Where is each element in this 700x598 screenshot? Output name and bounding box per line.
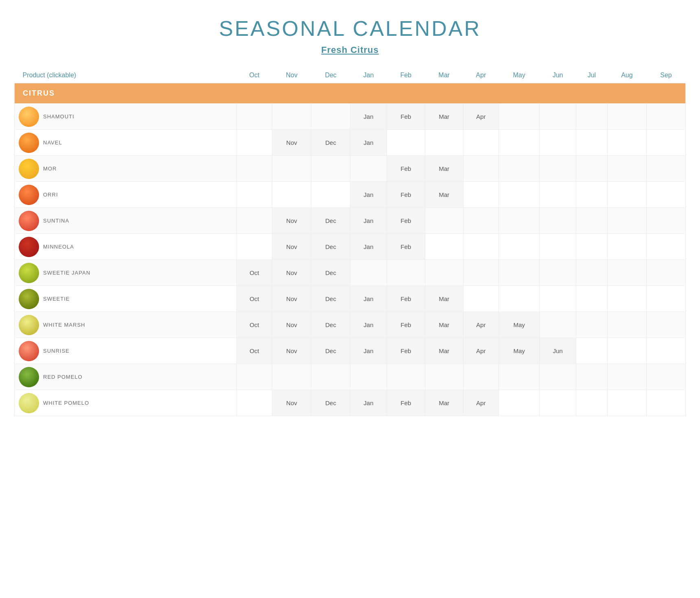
cell-minneola-oct bbox=[236, 234, 272, 260]
cell-shamouti-oct bbox=[236, 104, 272, 130]
cell-shamouti-sep bbox=[646, 104, 685, 130]
svg-point-8 bbox=[21, 317, 37, 333]
table-row: MORFebMar bbox=[15, 156, 686, 182]
product-cell[interactable]: SUNTINA bbox=[15, 208, 237, 234]
cell-mor-jun bbox=[540, 156, 576, 182]
svg-point-0 bbox=[21, 109, 37, 125]
cell-shamouti-feb: Feb bbox=[387, 104, 425, 130]
cell-red-pomelo-feb bbox=[387, 364, 425, 390]
cell-navel-oct bbox=[236, 130, 272, 156]
product-cell[interactable]: SWEETIE JAPAN bbox=[15, 260, 237, 286]
cell-mor-apr bbox=[463, 156, 499, 182]
cell-orri-may bbox=[499, 182, 540, 208]
product-name-label: RED POMELO bbox=[43, 374, 83, 380]
fruit-icon bbox=[19, 211, 39, 231]
cell-white-pomelo-mar: Mar bbox=[425, 390, 463, 416]
cell-sunrise-apr: Apr bbox=[463, 338, 499, 364]
cell-sweetie-japan-jul bbox=[576, 260, 607, 286]
header-sep: Sep bbox=[646, 68, 685, 83]
product-name-label: SUNRISE bbox=[43, 348, 70, 354]
table-row: SUNTINANovDecJanFeb bbox=[15, 208, 686, 234]
product-cell[interactable]: MOR bbox=[15, 156, 237, 182]
table-row: SWEETIE JAPANOctNovDec bbox=[15, 260, 686, 286]
cell-white-pomelo-oct bbox=[236, 390, 272, 416]
cell-white-pomelo-sep bbox=[646, 390, 685, 416]
cell-suntina-feb: Feb bbox=[387, 208, 425, 234]
cell-white-marsh-apr: Apr bbox=[463, 312, 499, 338]
svg-point-4 bbox=[21, 213, 37, 229]
cell-sweetie-japan-oct: Oct bbox=[236, 260, 272, 286]
cell-navel-apr bbox=[463, 130, 499, 156]
cell-shamouti-jul bbox=[576, 104, 607, 130]
cell-white-marsh-mar: Mar bbox=[425, 312, 463, 338]
svg-point-7 bbox=[21, 291, 37, 307]
cell-minneola-jan: Jan bbox=[350, 234, 387, 260]
cell-minneola-dec: Dec bbox=[311, 234, 350, 260]
fruit-icon bbox=[19, 341, 39, 361]
fruit-icon bbox=[19, 133, 39, 153]
svg-point-10 bbox=[21, 369, 37, 385]
cell-sunrise-may: May bbox=[499, 338, 540, 364]
header-may: May bbox=[499, 68, 540, 83]
cell-suntina-jan: Jan bbox=[350, 208, 387, 234]
cell-suntina-nov: Nov bbox=[272, 208, 311, 234]
cell-sweetie-japan-aug bbox=[607, 260, 646, 286]
cell-orri-oct bbox=[236, 182, 272, 208]
cell-minneola-apr bbox=[463, 234, 499, 260]
product-cell[interactable]: WHITE POMELO bbox=[15, 390, 237, 416]
header-jan: Jan bbox=[350, 68, 387, 83]
cell-white-marsh-dec: Dec bbox=[311, 312, 350, 338]
svg-point-2 bbox=[21, 161, 37, 177]
product-cell[interactable]: NAVEL bbox=[15, 130, 237, 156]
cell-sunrise-nov: Nov bbox=[272, 338, 311, 364]
cell-mor-jul bbox=[576, 156, 607, 182]
table-row: NAVELNovDecJan bbox=[15, 130, 686, 156]
cell-white-pomelo-may bbox=[499, 390, 540, 416]
product-cell[interactable]: MINNEOLA bbox=[15, 234, 237, 260]
cell-minneola-mar bbox=[425, 234, 463, 260]
cell-white-marsh-nov: Nov bbox=[272, 312, 311, 338]
cell-orri-jul bbox=[576, 182, 607, 208]
cell-shamouti-mar: Mar bbox=[425, 104, 463, 130]
cell-red-pomelo-jan bbox=[350, 364, 387, 390]
header-aug: Aug bbox=[607, 68, 646, 83]
cell-orri-mar: Mar bbox=[425, 182, 463, 208]
cell-navel-jan: Jan bbox=[350, 130, 387, 156]
product-name-label: MINNEOLA bbox=[43, 244, 74, 250]
header-mar: Mar bbox=[425, 68, 463, 83]
cell-sweetie-japan-mar bbox=[425, 260, 463, 286]
product-cell[interactable]: WHITE MARSH bbox=[15, 312, 237, 338]
product-name-label: SHAMOUTI bbox=[43, 113, 74, 120]
product-cell[interactable]: RED POMELO bbox=[15, 364, 237, 390]
cell-shamouti-aug bbox=[607, 104, 646, 130]
cell-sweetie-japan-feb bbox=[387, 260, 425, 286]
cell-mor-nov bbox=[272, 156, 311, 182]
header-jun: Jun bbox=[540, 68, 576, 83]
header-row: Product (clickable) OctNovDecJanFebMarAp… bbox=[15, 68, 686, 83]
table-row: SHAMOUTIJanFebMarApr bbox=[15, 104, 686, 130]
cell-white-pomelo-jul bbox=[576, 390, 607, 416]
cell-navel-dec: Dec bbox=[311, 130, 350, 156]
cell-sweetie-nov: Nov bbox=[272, 286, 311, 312]
cell-shamouti-nov bbox=[272, 104, 311, 130]
cell-mor-jan bbox=[350, 156, 387, 182]
cell-sweetie-feb: Feb bbox=[387, 286, 425, 312]
cell-white-marsh-aug bbox=[607, 312, 646, 338]
cell-white-marsh-jul bbox=[576, 312, 607, 338]
cell-minneola-sep bbox=[646, 234, 685, 260]
header-nov: Nov bbox=[272, 68, 311, 83]
cell-sweetie-sep bbox=[646, 286, 685, 312]
svg-point-5 bbox=[21, 239, 37, 255]
product-cell[interactable]: SHAMOUTI bbox=[15, 104, 237, 130]
cell-sweetie-japan-sep bbox=[646, 260, 685, 286]
product-cell[interactable]: SUNRISE bbox=[15, 338, 237, 364]
cell-shamouti-jun bbox=[540, 104, 576, 130]
cell-white-marsh-oct: Oct bbox=[236, 312, 272, 338]
header-oct: Oct bbox=[236, 68, 272, 83]
cell-sweetie-japan-apr bbox=[463, 260, 499, 286]
cell-orri-aug bbox=[607, 182, 646, 208]
seasonal-calendar-table: Product (clickable) OctNovDecJanFebMarAp… bbox=[14, 68, 686, 416]
product-cell[interactable]: SWEETIE bbox=[15, 286, 237, 312]
product-cell[interactable]: ORRI bbox=[15, 182, 237, 208]
cell-white-marsh-sep bbox=[646, 312, 685, 338]
